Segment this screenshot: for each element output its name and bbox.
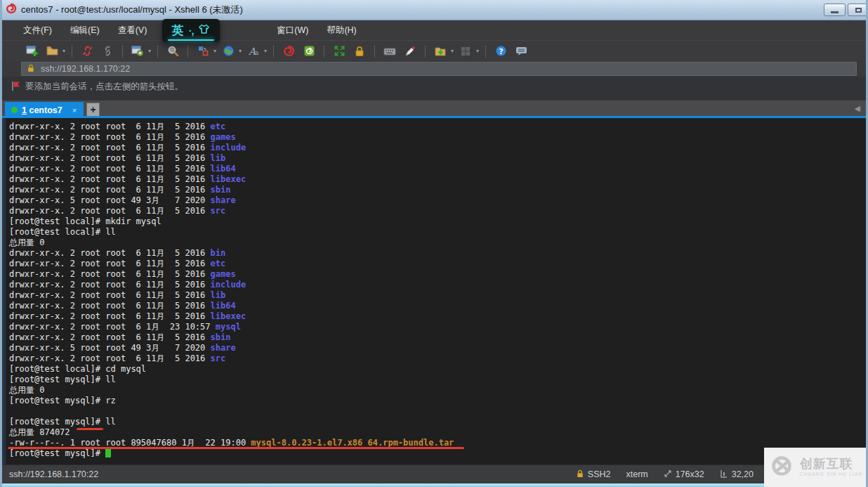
red-underline-annotation: [77, 428, 103, 430]
toolbar-separator: [425, 45, 426, 58]
ime-status-popup[interactable]: 英 ·,: [162, 19, 220, 42]
terminal-line: [9, 406, 866, 417]
window-title: centos7 - root@test:/usr/local/mysql - X…: [21, 4, 243, 16]
terminal-line: drwxr-xr-x. 2 root root 6 11月 5 2016 src: [9, 206, 866, 216]
compose-bar-caret[interactable]: ▾: [213, 48, 216, 54]
tab-scroll-left-icon[interactable]: ◀: [855, 104, 860, 113]
status-lock-icon: [576, 469, 584, 480]
status-cursor-position: 32,20: [720, 469, 754, 480]
session-properties-caret[interactable]: ▾: [148, 48, 151, 54]
menu-window[interactable]: 窗口(W): [277, 25, 308, 37]
xshell-window: centos7 - root@test:/usr/local/mysql - X…: [0, 0, 868, 487]
menu-help[interactable]: 帮助(H): [327, 25, 356, 37]
lock-icon[interactable]: [351, 43, 368, 60]
toolbar-separator: [273, 45, 274, 58]
cx-logo-icon: [770, 453, 795, 481]
terminal-line: drwxr-xr-x. 5 root root 49 3月 7 2020 sha…: [9, 343, 866, 353]
compose-bar-icon[interactable]: [195, 43, 211, 60]
toolbar-separator: [485, 45, 486, 58]
terminal-line: drwxr-xr-x. 2 root root 6 11月 5 2016 lib…: [9, 311, 866, 322]
tab-label: 1 centos7: [22, 105, 63, 115]
tab-centos7[interactable]: 1 centos7 ×: [5, 102, 84, 118]
menu-edit[interactable]: 编辑(E): [70, 25, 100, 37]
terminal-line: drwxr-xr-x. 2 root root 6 11月 5 2016 inc…: [9, 143, 866, 153]
tile-layout-caret[interactable]: ▾: [476, 48, 479, 54]
tab-connected-icon: [11, 107, 18, 113]
feedback-icon[interactable]: [513, 43, 530, 60]
watermark-cn-text: 创新互联: [800, 457, 863, 470]
menu-view[interactable]: 查看(V): [118, 25, 147, 37]
terminal-output[interactable]: drwxr-xr-x. 2 root root 6 11月 5 2016 etc…: [2, 118, 866, 465]
new-session-icon[interactable]: [23, 43, 40, 60]
help-icon[interactable]: ?: [492, 43, 509, 60]
new-folder-icon[interactable]: [432, 43, 449, 60]
terminal-line: [root@test mysql]# ll: [9, 417, 866, 427]
terminal-line: [root@test local]# cd mysql: [9, 364, 866, 375]
terminal-line: [root@test local]# ll: [9, 227, 866, 238]
minimize-button[interactable]: [824, 4, 846, 16]
terminal-line: drwxr-xr-x. 2 root root 6 11月 5 2016 lib…: [9, 301, 866, 311]
find-icon[interactable]: [164, 43, 181, 60]
terminal-line: drwxr-xr-x. 2 root root 6 11月 5 2016 lib…: [9, 164, 866, 174]
xftp-icon[interactable]: [301, 43, 317, 60]
open-folder-icon[interactable]: [44, 43, 60, 60]
notice-flag-icon: [11, 81, 20, 94]
watermark: 创新互联 CHUANG XIN HU LIAN: [764, 448, 868, 487]
terminal-line: drwxr-xr-x. 2 root root 6 11月 5 2016 lib: [9, 153, 866, 164]
status-bar: ssh://192.168.1.170:22 SSH2 xterm 176x32…: [2, 465, 866, 483]
terminal-line: [root@test mysql]# ll: [9, 375, 866, 385]
terminal-line: drwxr-xr-x. 2 root root 6 11月 5 2016 etc: [9, 259, 866, 269]
ime-language-indicator: 英: [172, 22, 184, 39]
terminal-line: drwxr-xr-x. 2 root root 6 11月 5 2016 sbi…: [9, 332, 866, 343]
address-url: ssh://192.168.1.170:22: [41, 64, 130, 74]
toolbar-separator: [72, 45, 72, 58]
terminal-line: drwxr-xr-x. 2 root root 6 11月 5 2016 gam…: [9, 269, 866, 280]
disconnect-icon[interactable]: [79, 43, 96, 60]
web-browser-icon[interactable]: [220, 43, 237, 60]
font-icon[interactable]: Aa: [245, 43, 262, 60]
maximize-button[interactable]: [848, 4, 868, 16]
status-encryption: SSH2: [576, 469, 611, 480]
maximize-icon: [855, 8, 862, 13]
status-terminal-size: 176x32: [664, 469, 704, 480]
menu-file[interactable]: 文件(F): [23, 25, 52, 37]
terminal-line: drwxr-xr-x. 2 root root 6 11月 5 2016 gam…: [9, 132, 866, 143]
address-lock-icon: [27, 63, 35, 75]
address-field[interactable]: ssh://192.168.1.170:22: [21, 62, 857, 76]
terminal-cursor: [105, 448, 111, 457]
minimize-icon: [831, 11, 839, 13]
ime-skin-shirt-icon: [198, 24, 210, 37]
terminal-line: drwxr-xr-x. 2 root root 6 11月 5 2016 lib: [9, 290, 866, 301]
reconnect-icon[interactable]: [99, 43, 116, 60]
toolbar-separator: [324, 45, 324, 58]
address-bar: ssh://192.168.1.170:22: [2, 61, 866, 77]
virtual-keyboard-icon[interactable]: [381, 43, 398, 60]
web-browser-caret[interactable]: ▾: [239, 48, 242, 54]
watermark-en-text: CHUANG XIN HU LIAN: [800, 472, 863, 477]
terminal-line: drwxr-xr-x. 5 root root 49 3月 7 2020 sha…: [9, 195, 866, 206]
status-terminal-type: xterm: [626, 469, 647, 479]
tab-bar: 1 centos7 × + ◀: [2, 100, 866, 118]
red-underline-annotation: [8, 447, 464, 449]
ime-punctuation-icon: ·,: [189, 25, 194, 37]
toolbar-separator: [122, 45, 123, 58]
window-bottom-border: [0, 483, 868, 487]
xshell-logo-icon: [6, 3, 17, 17]
tab-index: 1: [22, 105, 27, 115]
new-folder-caret[interactable]: ▾: [451, 48, 454, 54]
terminal-line: [root@test mysql]#: [9, 448, 866, 459]
tile-layout-icon[interactable]: [457, 43, 474, 60]
tab-close-icon[interactable]: ×: [72, 106, 77, 115]
font-caret[interactable]: ▾: [264, 48, 267, 54]
session-properties-icon[interactable]: [129, 43, 146, 60]
fullscreen-icon[interactable]: [331, 43, 348, 60]
xshell-icon[interactable]: [280, 43, 297, 60]
open-folder-caret[interactable]: ▾: [63, 48, 65, 54]
terminal-line: drwxr-xr-x. 2 root root 6 11月 5 2016 inc…: [9, 280, 866, 290]
menu-bar: 文件(F) 编辑(E) 查看(V) 工具(T) 窗口(W) 帮助(H): [2, 20, 866, 40]
toolbar-separator: [157, 45, 158, 58]
new-tab-button[interactable]: +: [86, 103, 100, 117]
notice-bar: 要添加当前会话，点击左侧的箭头按钮。: [2, 77, 866, 100]
highlight-icon[interactable]: [402, 43, 419, 60]
terminal-line: 总用量 874072: [9, 427, 866, 438]
